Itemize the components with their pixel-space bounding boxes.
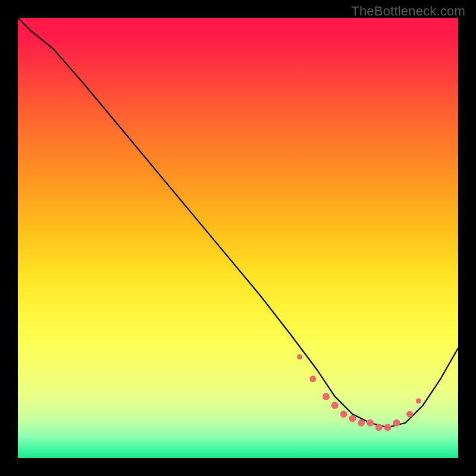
highlight-dot: [384, 424, 392, 431]
highlight-dot: [349, 415, 356, 422]
highlight-dots-group: [297, 354, 421, 431]
highlight-dot: [375, 424, 383, 431]
highlight-dot: [297, 354, 302, 359]
chart-svg: [18, 18, 458, 458]
highlight-dot: [309, 375, 316, 382]
highlight-dot: [393, 419, 400, 427]
watermark-text: TheBottleneck.com: [351, 4, 465, 19]
highlight-dot: [406, 411, 413, 418]
highlight-dot: [331, 402, 339, 409]
highlight-dot: [367, 419, 374, 427]
highlight-dot: [340, 411, 347, 418]
bottleneck-curve: [18, 18, 458, 427]
highlight-dot: [322, 393, 330, 400]
highlight-dot: [358, 419, 365, 427]
plot-area: [18, 18, 458, 458]
highlight-dot: [416, 398, 421, 403]
